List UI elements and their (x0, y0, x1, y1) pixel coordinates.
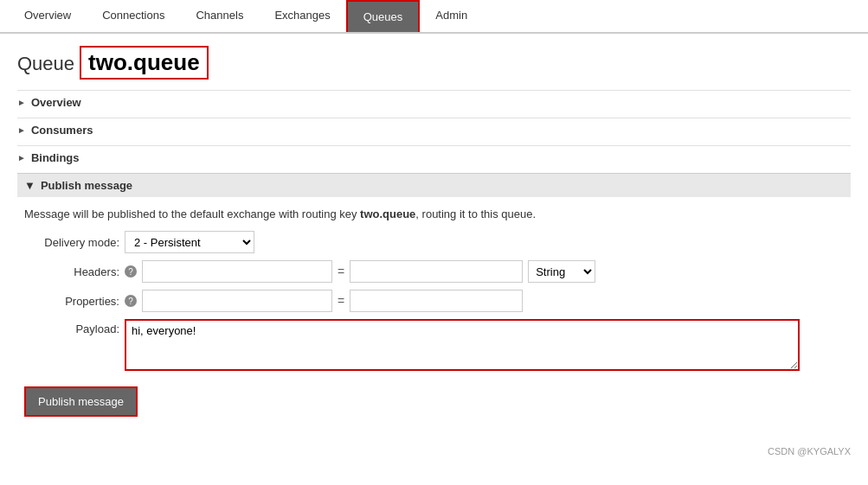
footer: CSDN @KYGALYX (0, 439, 868, 463)
properties-row: Properties: ? = (24, 290, 844, 312)
section-consumers-label: Consumers (31, 124, 93, 137)
page-content: Queue two.queue ► Overview ► Consumers ►… (0, 34, 868, 439)
publish-body: Message will be published to the default… (17, 197, 851, 427)
consumers-arrow-icon: ► (17, 125, 26, 135)
properties-key-input[interactable] (142, 290, 332, 312)
headers-type-select[interactable]: String Number Boolean (528, 260, 595, 283)
payload-label: Payload: (24, 319, 119, 335)
properties-value-input[interactable] (350, 290, 523, 312)
publish-description-text: Message will be published to the default… (24, 207, 360, 220)
publish-message-button[interactable]: Publish message (24, 386, 138, 417)
publish-description-suffix: , routing it to this queue. (415, 207, 536, 220)
nav-item-channels[interactable]: Channels (180, 0, 259, 32)
headers-key-input[interactable] (142, 260, 332, 283)
section-publish: ▼ Publish message Message will be publis… (17, 173, 851, 427)
publish-routing-key: two.queue (360, 207, 415, 220)
footer-text: CSDN @KYGALYX (768, 446, 851, 456)
delivery-mode-row: Delivery mode: 1 - Non-persistent 2 - Pe… (24, 231, 844, 253)
nav-item-queues[interactable]: Queues (346, 0, 421, 32)
delivery-mode-select[interactable]: 1 - Non-persistent 2 - Persistent (125, 231, 254, 253)
headers-row: Headers: ? = String Number Boolean (24, 260, 844, 283)
headers-label: Headers: (24, 265, 119, 278)
section-bindings-header[interactable]: ► Bindings (17, 145, 851, 169)
publish-message-header[interactable]: ▼ Publish message (17, 174, 851, 197)
overview-arrow-icon: ► (17, 98, 26, 107)
section-overview-label: Overview (31, 96, 81, 109)
payload-row: Payload: hi, everyone! (24, 319, 844, 371)
nav-item-exchanges[interactable]: Exchanges (259, 0, 345, 32)
nav-item-overview[interactable]: Overview (9, 0, 87, 32)
page-title-row: Queue two.queue (17, 46, 851, 80)
section-bindings: ► Bindings (17, 145, 851, 169)
publish-arrow-icon: ▼ (24, 179, 35, 192)
bindings-arrow-icon: ► (17, 153, 26, 163)
publish-description: Message will be published to the default… (24, 207, 844, 220)
headers-help-icon[interactable]: ? (125, 265, 137, 278)
queue-name: two.queue (80, 46, 209, 80)
properties-equals: = (338, 294, 344, 308)
payload-textarea[interactable]: hi, everyone! (125, 319, 800, 371)
page-title-label: Queue (17, 53, 74, 75)
properties-help-icon[interactable]: ? (125, 295, 137, 307)
publish-section-label: Publish message (41, 179, 132, 192)
section-overview: ► Overview (17, 90, 851, 114)
properties-label: Properties: (24, 295, 119, 308)
headers-equals: = (338, 265, 344, 278)
section-overview-header[interactable]: ► Overview (17, 90, 851, 114)
delivery-mode-label: Delivery mode: (24, 236, 119, 249)
nav-bar: Overview Connections Channels Exchanges … (0, 0, 868, 34)
section-consumers-header[interactable]: ► Consumers (17, 118, 851, 142)
section-consumers: ► Consumers (17, 118, 851, 142)
publish-button-row: Publish message (24, 378, 844, 417)
headers-value-input[interactable] (350, 260, 523, 283)
nav-item-admin[interactable]: Admin (420, 0, 483, 32)
section-bindings-label: Bindings (31, 151, 80, 164)
nav-item-connections[interactable]: Connections (87, 0, 180, 32)
